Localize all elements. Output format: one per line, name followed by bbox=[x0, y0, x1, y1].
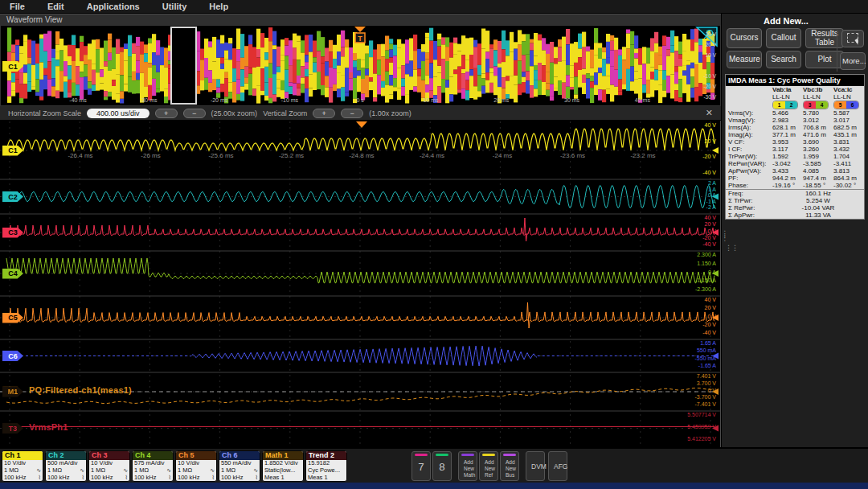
badge-line-text: Cyc Powe... bbox=[308, 467, 340, 475]
badge-line-text: 100 kHz bbox=[178, 475, 200, 482]
overview-zoom-window[interactable] bbox=[171, 27, 196, 104]
hzoom-increase-button[interactable]: + bbox=[155, 109, 178, 118]
imda-value-cell: 5.466 bbox=[772, 109, 803, 117]
menu-utility[interactable]: Utility bbox=[162, 2, 187, 11]
afg-button[interactable]: AFG bbox=[548, 451, 567, 481]
add-new-row1: CursorsCalloutResults Table bbox=[727, 28, 844, 48]
add-results-table-button[interactable]: Results Table bbox=[805, 28, 844, 48]
overview-v-label: -10 V bbox=[703, 73, 716, 79]
badge-line-text: 15.9182 bbox=[308, 460, 330, 467]
overview-v-label: 30 V bbox=[706, 31, 717, 37]
waveform-main-view[interactable]: 40 V20 V-20 V-40 V2 A1 A0 A-1 A-2 A40 V2… bbox=[0, 121, 721, 447]
add-new-math-button[interactable]: Add New Math bbox=[458, 451, 477, 481]
main-time-label: -26.4 ms bbox=[68, 152, 92, 159]
menu-applications[interactable]: Applications bbox=[87, 2, 140, 11]
overview-time-label: 0 s bbox=[357, 97, 365, 103]
overview-trigger-arrow-icon[interactable] bbox=[354, 27, 366, 32]
imda-row-label: Vmag(V): bbox=[726, 117, 772, 124]
overview-time-label: 40 ms bbox=[635, 97, 651, 103]
bandwidth-icon: ⌇ bbox=[212, 475, 215, 482]
imda-wiring-label: LL-LN bbox=[803, 93, 833, 101]
zoom-close-icon[interactable]: ✕ bbox=[706, 108, 713, 118]
vzoom-decrease-button[interactable]: − bbox=[341, 109, 363, 118]
main-time-label: -24.8 ms bbox=[349, 152, 374, 159]
badge-line-text: 100 kHz bbox=[91, 475, 113, 482]
imda-value-cell: 706.8 m bbox=[803, 124, 833, 131]
channel-badge-ch6[interactable]: Ch 6550 mA/div1 MΩ∿100 kHz⌇ bbox=[219, 450, 260, 482]
table-drag-handle[interactable]: ⋮⋮ bbox=[725, 244, 738, 252]
overview-time-label: -20 ms bbox=[211, 97, 228, 103]
imda-row-label: Phase: bbox=[726, 182, 772, 189]
hzoom-scale-value[interactable]: 400.00 us/div bbox=[87, 109, 149, 118]
badge-line-text: 100 kHz bbox=[4, 475, 27, 482]
imda-value-cell: 1.704 bbox=[833, 153, 864, 160]
C1-scale-label: 20 V bbox=[705, 138, 717, 144]
channel-badge-ch5[interactable]: Ch 510 V/div1 MΩ∿100 kHz⌇ bbox=[175, 450, 217, 482]
add-measure-button[interactable]: Measure bbox=[727, 51, 762, 68]
menu-help[interactable]: Help bbox=[209, 2, 228, 11]
dvm-button[interactable]: DVM bbox=[526, 451, 545, 481]
tab-waveform-view[interactable]: Waveform View bbox=[0, 15, 62, 24]
badge-line-text: 1 MΩ bbox=[221, 467, 235, 475]
C5-scale-label: 20 V bbox=[705, 305, 717, 310]
menu-edit[interactable]: Edit bbox=[47, 2, 64, 11]
add-new-bus-button[interactable]: Add New Bus bbox=[500, 451, 519, 481]
C1-level-arrow[interactable] bbox=[712, 147, 719, 154]
imda-value-cell: 4.085 bbox=[803, 167, 833, 175]
vzoom-label: Vertical Zoom bbox=[263, 109, 307, 117]
C3-event-spike bbox=[524, 218, 527, 241]
imda-row-label: V CF: bbox=[726, 138, 772, 146]
main-trigger-position-icon[interactable] bbox=[356, 121, 367, 128]
add-plot-button[interactable]: Plot bbox=[805, 51, 844, 68]
color-stripe bbox=[482, 454, 495, 456]
add-cursors-button[interactable]: Cursors bbox=[727, 28, 762, 48]
hzoom-decrease-button[interactable]: − bbox=[183, 109, 206, 118]
imda-measurement-row: RePwr(VAR):-3.042-3.585-3.411 bbox=[726, 160, 864, 167]
imda-results-table[interactable]: IMDA Meas 1: Cyc Power Quality ⋮⋮ Vab:Ia… bbox=[725, 74, 865, 220]
imda-value-cell: 3.831 bbox=[833, 138, 864, 146]
add-new-ref-button[interactable]: Add New Ref bbox=[479, 451, 498, 481]
channel-badge-ch1[interactable]: Ch 110 V/div1 MΩ∿100 kHz⌇ bbox=[2, 450, 43, 482]
badge-line-text: 1.8502 V/div bbox=[264, 460, 298, 467]
main-time-label: -26 ms bbox=[141, 152, 160, 159]
channel-badge-trend2[interactable]: Trend 215.9182Cyc Powe...Meas 1 bbox=[305, 450, 347, 482]
overview-plot: T30 V20 V10 V-10 V-20 V-30 V-40 ms-30 ms… bbox=[1, 26, 720, 105]
badge-line: Cyc Powe... bbox=[306, 467, 346, 475]
vzoom-increase-button[interactable]: + bbox=[313, 109, 335, 118]
C2-scale-label: 1 A bbox=[708, 187, 716, 192]
channel-badge-math1[interactable]: Math 11.8502 V/divStatic(low...Meas 1 bbox=[262, 450, 304, 482]
badge-title: Ch 1 bbox=[2, 451, 43, 460]
panel-resize-handle[interactable]: ⋮⋮ bbox=[721, 232, 729, 240]
C5-waveform bbox=[6, 308, 714, 323]
waveform-overview[interactable]: T30 V20 V10 V-10 V-20 V-30 V-40 ms-30 ms… bbox=[0, 25, 721, 106]
M1-scale-label: 7.401 V bbox=[697, 373, 716, 379]
zoom-select-button[interactable] bbox=[841, 30, 864, 47]
channel-7-button[interactable]: 7 bbox=[411, 451, 431, 481]
overview-v-label: 10 V bbox=[706, 52, 717, 58]
more-button[interactable]: More... bbox=[840, 52, 866, 70]
imda-summary-label: Σ RePwr: bbox=[726, 204, 772, 212]
channel-badge-ch4[interactable]: Ch 4575 mA/div1 MΩ∿100 kHz⌇ bbox=[132, 450, 174, 482]
tab-bar: Waveform View bbox=[0, 14, 721, 25]
button-label: Add New Bus bbox=[506, 454, 514, 479]
C2-scale-label: -2 A bbox=[706, 204, 717, 210]
add-search-button[interactable]: Search bbox=[766, 51, 801, 68]
channel-badge-ch3[interactable]: Ch 310 V/div1 MΩ∿100 kHz⌇ bbox=[88, 450, 130, 482]
channel-badge-ch2[interactable]: Ch 2500 mA/div1 MΩ∿100 kHz⌇ bbox=[45, 450, 87, 482]
add-callout-button[interactable]: Callout bbox=[766, 28, 801, 48]
imda-value-cell: 471.6 m bbox=[803, 131, 833, 138]
imda-table-title: IMDA Meas 1: Cyc Power Quality bbox=[726, 75, 864, 86]
C4-scale-label: 2.300 A bbox=[697, 252, 716, 257]
imda-value-cell: 944.2 m bbox=[772, 175, 803, 182]
pair-channel-a: 1 bbox=[773, 101, 785, 109]
badge-line-text: 500 mA/div bbox=[47, 460, 78, 467]
imda-value-cell: -18.55 ° bbox=[803, 182, 833, 189]
channel-8-button[interactable]: 8 bbox=[432, 451, 452, 481]
imda-summary-label: Σ TrPwr: bbox=[726, 197, 772, 204]
menu-file[interactable]: File bbox=[10, 2, 25, 11]
imda-measurement-row: TrPwr(W):1.5921.9591.704 bbox=[726, 153, 864, 160]
imda-column-header: Vab:Ia bbox=[772, 86, 803, 93]
imda-value-cell: 5.587 bbox=[833, 109, 864, 117]
overview-trigger-label: T bbox=[358, 35, 362, 43]
pair-channel-b: 2 bbox=[785, 101, 797, 109]
